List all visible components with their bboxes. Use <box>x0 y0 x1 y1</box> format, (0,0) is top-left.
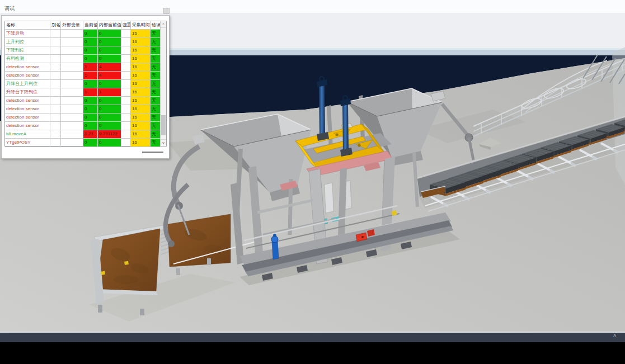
cell-error: 无 <box>151 30 161 38</box>
column-header[interactable]: 外部变量 <box>61 21 83 30</box>
cell-current: 1 <box>83 63 98 72</box>
cell-name: 升降台下降到位 <box>5 88 50 97</box>
bottom-black-bar <box>0 342 625 364</box>
cell-sample-time: 16 <box>131 46 151 55</box>
table-row[interactable]: detection sensor1416无 <box>5 72 166 80</box>
table-header-row: 名称别名外部变量当前值内部当前值强置采集时间错误 <box>5 21 166 30</box>
cell-internal: 0 <box>98 105 121 114</box>
cell-alias <box>50 80 61 88</box>
scroll-down-icon[interactable]: v <box>161 139 166 146</box>
cell-internal: 0 <box>98 38 121 46</box>
cell-error: 无 <box>151 114 161 122</box>
status-bar: ^ <box>0 333 625 342</box>
cell-internal: 0 <box>98 46 121 55</box>
cell-name: 升降台上升到位 <box>5 80 50 88</box>
cell-alias <box>50 72 61 80</box>
cell-external <box>61 97 83 105</box>
cell-internal: 0 <box>98 139 121 147</box>
column-header[interactable]: 当前值 <box>83 21 98 30</box>
table-row[interactable]: 升降台下降到位1116无 <box>5 88 166 97</box>
table-row[interactable]: MLmoveA0.23..0.23112216无 <box>5 130 166 139</box>
cell-current: 0 <box>83 46 98 55</box>
table-row[interactable]: detection sensor0016无 <box>5 97 166 105</box>
table-row[interactable]: detection sensor0016无 <box>5 114 166 122</box>
cell-current: 0 <box>83 122 98 130</box>
cell-error: 无 <box>151 38 161 46</box>
cell-force <box>121 105 131 114</box>
column-header[interactable]: 强置 <box>121 21 131 30</box>
cell-internal: 4 <box>98 63 121 72</box>
table-row[interactable]: 上升到位0016无 <box>5 38 166 46</box>
cell-sample-time: 16 <box>131 122 151 130</box>
debug-panel: 名称别名外部变量当前值内部当前值强置采集时间错误 下降启动0016无上升到位00… <box>1 15 170 159</box>
cell-current: 0 <box>83 38 98 46</box>
column-header[interactable]: 采集时间 <box>131 21 151 30</box>
cell-name: detection sensor <box>5 72 50 80</box>
cell-current: 0.23.. <box>83 130 98 139</box>
cell-error: 无 <box>151 72 161 80</box>
cell-alias <box>50 122 61 130</box>
table-row[interactable]: YTgetPOSY0016无 <box>5 139 166 147</box>
cell-force <box>121 130 131 139</box>
cell-sample-time: 16 <box>131 105 151 114</box>
cell-external <box>61 55 83 63</box>
cell-name: detection sensor <box>5 105 50 114</box>
table-row[interactable]: detection sensor1416无 <box>5 63 166 72</box>
cell-force <box>121 46 131 55</box>
cell-error: 无 <box>151 130 161 139</box>
cell-internal: 4 <box>98 72 121 80</box>
cell-error: 无 <box>151 105 161 114</box>
cell-current: 1 <box>83 88 98 97</box>
scroll-up-icon[interactable]: ^ <box>161 21 166 28</box>
cell-external <box>61 105 83 114</box>
column-header[interactable]: 错误 <box>151 21 161 30</box>
cell-force <box>121 55 131 63</box>
table-row[interactable]: 下降启动0016无 <box>5 30 166 38</box>
column-header[interactable]: 内部当前值 <box>98 21 121 30</box>
cell-external <box>61 30 83 38</box>
collapse-chevron-icon[interactable]: ^ <box>613 334 616 340</box>
cell-internal: 0 <box>98 122 121 130</box>
cell-current: 0 <box>83 30 98 38</box>
column-header[interactable]: 别名 <box>50 21 61 30</box>
cell-sample-time: 16 <box>131 38 151 46</box>
cell-alias <box>50 105 61 114</box>
table-row[interactable]: 升降台上升到位0016无 <box>5 80 166 88</box>
cell-error: 无 <box>151 88 161 97</box>
cell-sample-time: 16 <box>131 30 151 38</box>
cell-name: detection sensor <box>5 97 50 105</box>
cell-error: 无 <box>151 97 161 105</box>
cell-internal: 0 <box>98 97 121 105</box>
table-row[interactable]: 下降到位0016无 <box>5 46 166 55</box>
cell-current: 0 <box>83 97 98 105</box>
cell-sample-time: 16 <box>131 114 151 122</box>
cell-error: 无 <box>151 63 161 72</box>
cell-force <box>121 80 131 88</box>
vertical-scrollbar[interactable]: ^ v <box>160 21 166 146</box>
panel-control-button[interactable] <box>163 8 170 14</box>
cell-sample-time: 16 <box>131 139 151 147</box>
horizontal-scrollbar[interactable] <box>4 150 167 154</box>
cell-error: 无 <box>151 55 161 63</box>
scrollbar-thumb[interactable] <box>161 115 166 135</box>
cell-current: 0 <box>83 139 98 147</box>
column-header[interactable]: 名称 <box>5 21 50 30</box>
table-row[interactable]: detection sensor0016无 <box>5 105 166 114</box>
hscrollbar-thumb[interactable] <box>142 152 163 153</box>
cell-error: 无 <box>151 122 161 130</box>
cell-internal: 1 <box>98 88 121 97</box>
cell-force <box>121 63 131 72</box>
cell-force <box>121 38 131 46</box>
table-row[interactable]: detection sensor0016无 <box>5 122 166 130</box>
cell-name: 下降到位 <box>5 46 50 55</box>
cell-internal: 0 <box>98 80 121 88</box>
cell-error: 无 <box>151 46 161 55</box>
cell-external <box>61 88 83 97</box>
cell-force <box>121 122 131 130</box>
cell-external <box>61 46 83 55</box>
cell-sample-time: 16 <box>131 55 151 63</box>
cell-external <box>61 122 83 130</box>
cell-alias <box>50 88 61 97</box>
cell-error: 无 <box>151 139 161 147</box>
table-row[interactable]: 有料检测0016无 <box>5 55 166 63</box>
